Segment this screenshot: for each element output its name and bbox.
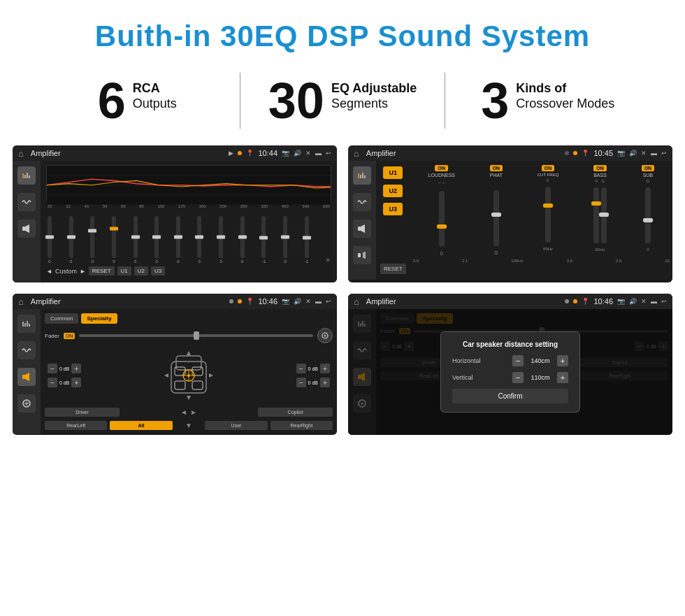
- copilot-btn[interactable]: Copilot: [258, 408, 333, 417]
- home-icon-4[interactable]: ⌂: [354, 296, 359, 307]
- rearleft-btn[interactable]: RearLeft: [45, 421, 107, 430]
- bass-sliders: [593, 185, 607, 246]
- horizontal-minus[interactable]: −: [512, 355, 524, 366]
- ctrl-phat: ON PHAT G: [490, 165, 503, 256]
- cutfreq-slider[interactable]: [545, 187, 551, 243]
- camera-icon-4: 📷: [617, 298, 625, 305]
- eq-sliders-row: 0 0 0 5 0: [46, 211, 331, 264]
- right-arrow-icon[interactable]: ►: [190, 408, 197, 416]
- car-right-side: − 0 dB + − 0 dB +: [296, 364, 330, 387]
- page-title: Buith-in 30EQ DSP Sound System: [0, 0, 685, 66]
- eq-u3-btn[interactable]: U3: [151, 266, 165, 275]
- sidebar-eq-icon[interactable]: [17, 166, 36, 185]
- vertical-plus[interactable]: +: [557, 372, 568, 383]
- svg-marker-24: [25, 373, 29, 381]
- phat-on[interactable]: ON: [490, 165, 503, 171]
- fader-slider[interactable]: [79, 334, 313, 337]
- rl-db-value: 0 dB: [59, 380, 69, 385]
- eq-prev-btn[interactable]: ◄: [46, 268, 52, 275]
- fr-minus[interactable]: −: [296, 364, 306, 373]
- sidebar-wave-icon[interactable]: [17, 193, 36, 211]
- eq-slider-3: 0: [90, 216, 94, 264]
- stat-eq: 30 EQ Adjustable Segments: [247, 76, 438, 126]
- user-btn[interactable]: User: [205, 421, 267, 430]
- stat-number-eq: 30: [268, 76, 324, 126]
- reset-btn-amp2[interactable]: RESET: [380, 264, 406, 274]
- stat-label-crossover-main: Kinds of: [516, 81, 614, 96]
- fader-settings-icon[interactable]: [317, 328, 333, 343]
- sidebar-speaker-icon-3[interactable]: [17, 368, 36, 386]
- eq-slider-8: 0: [197, 216, 201, 264]
- horizontal-row: Horizontal − 140cm +: [452, 355, 568, 366]
- rl-plus[interactable]: +: [71, 378, 81, 387]
- home-icon-1[interactable]: ⌂: [18, 148, 24, 159]
- back-icon-1[interactable]: ↩: [326, 150, 331, 157]
- eq-u2-btn[interactable]: U2: [134, 266, 148, 275]
- cutfreq-on[interactable]: ON: [542, 165, 555, 171]
- svg-rect-16: [358, 253, 361, 257]
- stat-crossover: 3 Kinds of Crossover Modes: [452, 76, 643, 126]
- u3-btn[interactable]: U3: [383, 203, 403, 215]
- camera-icon-2: 📷: [617, 150, 625, 157]
- horizontal-value: 140cm: [526, 357, 554, 364]
- location-icon-4: 📍: [582, 298, 589, 305]
- sidebar-vol-icon-2[interactable]: [353, 246, 371, 264]
- rl-minus[interactable]: −: [48, 378, 57, 387]
- freq-160: 160: [199, 204, 206, 208]
- bass-on[interactable]: ON: [593, 165, 607, 171]
- sub-slider[interactable]: [645, 187, 651, 243]
- tab-specialty[interactable]: Specialty: [81, 313, 117, 324]
- horizontal-plus[interactable]: +: [557, 355, 568, 366]
- screen-speaker-dialog: ⌂ Amplifier 📍 10:46 📷 🔊 ✕ ▬ ↩: [348, 294, 672, 435]
- eq-slider-2: 0: [69, 216, 73, 264]
- horizontal-value-group: − 140cm +: [512, 355, 568, 366]
- u1-btn[interactable]: U1: [383, 166, 403, 179]
- back-icon-4[interactable]: ↩: [661, 298, 667, 305]
- sidebar-speaker-icon-2[interactable]: [353, 220, 371, 238]
- rearright-btn[interactable]: RearRight: [271, 421, 333, 430]
- rr-plus[interactable]: +: [320, 378, 330, 387]
- sidebar-wave-icon-3[interactable]: [17, 341, 36, 359]
- sidebar-wave-icon-2[interactable]: [353, 193, 371, 211]
- fr-plus[interactable]: +: [320, 364, 330, 373]
- svg-rect-35: [192, 381, 203, 389]
- sidebar-eq-icon-3[interactable]: [17, 315, 36, 333]
- bass-slider-g[interactable]: [601, 187, 607, 243]
- sidebar-eq-icon-2[interactable]: [353, 166, 371, 185]
- sub-on[interactable]: ON: [642, 165, 655, 171]
- stat-label-crossover-sub: Crossover Modes: [516, 96, 614, 112]
- down-arrow-icon[interactable]: ▼: [185, 422, 192, 429]
- rr-minus[interactable]: −: [296, 378, 306, 387]
- fl-plus[interactable]: +: [71, 364, 81, 373]
- speaker-main-area: Common Specialty Fader ON: [41, 309, 337, 434]
- home-icon-3[interactable]: ⌂: [18, 296, 24, 307]
- svg-rect-31: [176, 356, 201, 370]
- loudness-on[interactable]: ON: [435, 165, 448, 171]
- sidebar-vol-icon-3[interactable]: [17, 394, 36, 413]
- screen-eq: ⌂ Amplifier ▶ 📍 10:44 📷 🔊 ✕ ▬ ↩: [13, 145, 337, 282]
- u2-btn[interactable]: U2: [383, 185, 403, 197]
- all-btn[interactable]: All: [110, 421, 172, 430]
- minimize-icon-4: ▬: [651, 298, 657, 305]
- driver-btn[interactable]: Driver: [45, 408, 120, 417]
- eq-next-btn[interactable]: ►: [80, 268, 86, 275]
- sidebar-speaker-icon[interactable]: [17, 220, 36, 238]
- fader-on-badge[interactable]: ON: [64, 333, 75, 339]
- back-icon-3[interactable]: ↩: [326, 298, 331, 305]
- bass-label: BASS: [593, 173, 607, 178]
- tab-common[interactable]: Common: [45, 313, 78, 324]
- eq-reset-btn[interactable]: RESET: [89, 266, 115, 275]
- fl-minus[interactable]: −: [48, 364, 57, 373]
- fr-db-value: 0 dB: [308, 366, 318, 371]
- loudness-slider[interactable]: [439, 191, 445, 247]
- svg-point-29: [324, 335, 326, 337]
- vertical-minus[interactable]: −: [512, 372, 524, 383]
- eq-u1-btn[interactable]: U1: [117, 266, 131, 275]
- eq-slider-1: 0: [48, 216, 52, 264]
- left-arrow-icon[interactable]: ◄: [180, 408, 187, 416]
- home-icon-2[interactable]: ⌂: [354, 148, 359, 159]
- phat-slider[interactable]: [493, 190, 499, 246]
- bass-slider-f[interactable]: [593, 187, 599, 243]
- back-icon-2[interactable]: ↩: [661, 150, 667, 157]
- confirm-button[interactable]: Confirm: [452, 389, 568, 403]
